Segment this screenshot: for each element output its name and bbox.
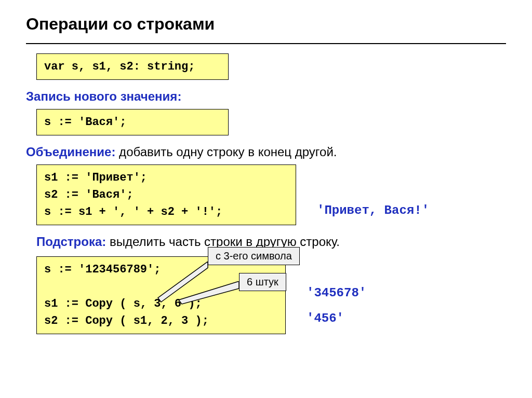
code-assign: s := 'Вася'; <box>36 109 229 135</box>
code-concat: s1 := 'Привет'; s2 := 'Вася'; s := s1 + … <box>36 164 296 225</box>
section-concat-label: Объединение: <box>26 145 115 159</box>
section-assign: Запись нового значения: <box>26 89 506 104</box>
section-substr-label: Подстрока: <box>36 235 106 249</box>
callout-6-chars: 6 штук <box>239 273 286 291</box>
section-concat-rest: добавить одну строку в конец другой. <box>115 145 337 159</box>
section-concat: Объединение: добавить одну строку в коне… <box>26 145 506 159</box>
title-divider <box>26 43 506 44</box>
section-substr-rest: выделить часть строки в другую строку. <box>106 235 340 249</box>
result-concat: 'Привет, Вася!' <box>317 203 429 217</box>
slide-title: Операции со строками <box>26 15 506 34</box>
section-assign-label: Запись нового значения: <box>26 89 181 103</box>
code-substr: s := '123456789'; s1 := Copy ( s, 3, 6 )… <box>36 256 286 334</box>
code-declaration: var s, s1, s2: string; <box>36 53 229 80</box>
result-substr-2: '456' <box>307 311 366 325</box>
callout-from-3rd: с 3-его символа <box>208 247 300 265</box>
result-substr-1: '345678' <box>307 286 366 300</box>
